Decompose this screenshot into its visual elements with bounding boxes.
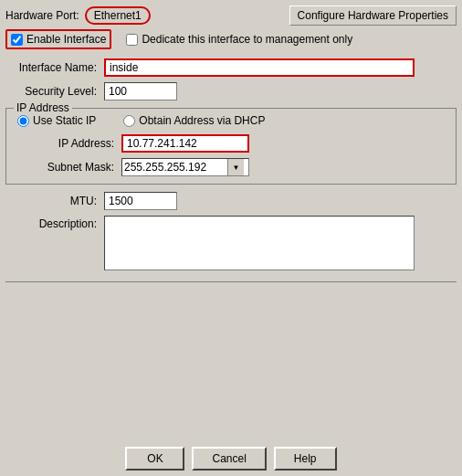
hardware-port-value: Ethernet1 xyxy=(85,6,151,25)
ip-address-label: IP Address: xyxy=(32,137,114,150)
button-row: OK Cancel Help xyxy=(5,443,457,471)
dedicate-row: Dedicate this interface to management on… xyxy=(126,33,352,46)
security-level-row: Security Level: xyxy=(5,82,457,100)
enable-interface-label: Enable Interface xyxy=(26,33,106,46)
ip-address-group: IP Address Use Static IP Obtain Address … xyxy=(5,108,457,185)
interface-name-label: Interface Name: xyxy=(5,61,97,74)
enable-interface-section: Enable Interface xyxy=(5,29,111,49)
cancel-button[interactable]: Cancel xyxy=(192,447,266,471)
bottom-section: MTU: Description: xyxy=(5,192,457,270)
ok-button[interactable]: OK xyxy=(125,447,184,471)
description-row: Description: xyxy=(5,216,457,270)
help-button[interactable]: Help xyxy=(274,447,337,471)
security-level-input[interactable] xyxy=(104,82,177,100)
dedicate-interface-label: Dedicate this interface to management on… xyxy=(142,33,352,46)
ip-address-row: IP Address: xyxy=(32,134,448,153)
subnet-mask-wrapper: 255.255.255.192 255.255.255.128 255.255.… xyxy=(121,158,249,176)
ip-address-title: IP Address xyxy=(14,101,72,114)
separator xyxy=(5,281,457,282)
dedicate-interface-checkbox[interactable] xyxy=(126,34,138,46)
dhcp-radio[interactable] xyxy=(123,115,135,127)
security-level-label: Security Level: xyxy=(5,85,97,98)
interface-name-input[interactable] xyxy=(104,58,415,77)
interface-name-section: Interface Name: Security Level: xyxy=(5,58,457,100)
configure-hardware-button[interactable]: Configure Hardware Properties xyxy=(289,5,457,26)
dhcp-label: Obtain Address via DHCP xyxy=(139,114,265,127)
mtu-label: MTU: xyxy=(5,195,97,207)
main-container: Hardware Port: Ethernet1 Configure Hardw… xyxy=(0,0,462,476)
ip-address-input[interactable] xyxy=(121,134,249,153)
enable-row: Enable Interface Dedicate this interface… xyxy=(5,29,457,49)
subnet-mask-label: Subnet Mask: xyxy=(32,161,114,174)
description-label: Description: xyxy=(5,216,97,230)
mtu-row: MTU: xyxy=(5,192,457,210)
static-ip-option: Use Static IP xyxy=(17,114,96,127)
subnet-mask-row: Subnet Mask: 255.255.255.192 255.255.255… xyxy=(32,158,448,176)
top-row: Hardware Port: Ethernet1 Configure Hardw… xyxy=(5,5,457,26)
description-textarea[interactable] xyxy=(104,216,415,270)
subnet-mask-select[interactable]: 255.255.255.192 255.255.255.128 255.255.… xyxy=(122,159,227,175)
interface-name-row: Interface Name: xyxy=(5,58,457,77)
ip-fields: IP Address: Subnet Mask: 255.255.255.192… xyxy=(14,134,448,176)
enable-interface-checkbox[interactable] xyxy=(11,34,23,46)
radio-row: Use Static IP Obtain Address via DHCP xyxy=(14,114,448,127)
subnet-dropdown-arrow[interactable]: ▼ xyxy=(227,159,244,175)
static-ip-label: Use Static IP xyxy=(33,114,96,127)
mtu-input[interactable] xyxy=(104,192,177,210)
static-ip-radio[interactable] xyxy=(17,115,29,127)
hardware-port-section: Hardware Port: Ethernet1 xyxy=(5,6,151,25)
hardware-port-label: Hardware Port: xyxy=(5,9,79,22)
dhcp-option: Obtain Address via DHCP xyxy=(123,114,265,127)
